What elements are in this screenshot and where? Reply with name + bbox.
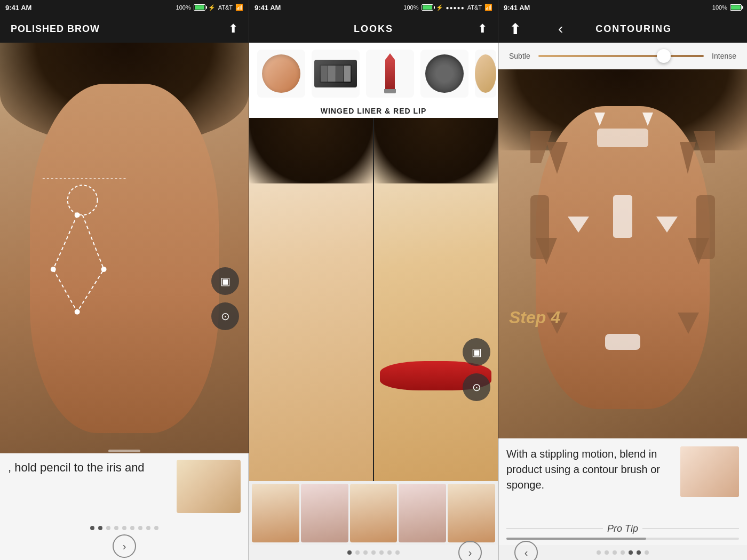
thumb-bg (177, 460, 241, 513)
svg-marker-16 (656, 217, 678, 233)
phone3-back-icon[interactable]: ‹ (558, 20, 563, 37)
phone1-video-thumb[interactable] (177, 460, 241, 513)
phone3-title: CONTOURING (595, 23, 672, 35)
status-bar-row: 9:41 AM 100% ⚡ AT&T 📶 9:41 AM 100% ⚡ ●●●… (0, 0, 747, 15)
phone1-instruction-text: , hold pencil to the iris and (8, 460, 171, 476)
phone1-text-area: , hold pencil to the iris and (8, 460, 241, 513)
intensity-slider-row: Subtle Intense (498, 43, 747, 69)
dot-p3-2 (605, 550, 609, 555)
pro-tip-line-right (642, 529, 739, 529)
phone2-title: LOOKS (354, 23, 393, 35)
looks-label: WINGED LINER & RED LIP (249, 104, 498, 118)
phone2-status: 9:41 AM 100% ⚡ ●●●●● AT&T 📶 (249, 0, 498, 15)
thumbs-strip-2 (249, 481, 498, 545)
phone2-header: LOOKS ⬆ (249, 15, 498, 43)
phone3-scroll-bar (506, 538, 739, 540)
compare-button[interactable]: ▣ (211, 267, 239, 295)
phone3-time: 9:41 AM (504, 4, 530, 12)
phone2-time: 9:41 AM (255, 4, 281, 12)
dot-9 (154, 526, 158, 530)
thumb-4[interactable] (399, 484, 446, 542)
svg-marker-18 (678, 313, 699, 334)
phone3-status-right: 100% (712, 4, 742, 11)
pro-tip-label: Pro Tip (607, 523, 638, 534)
svg-marker-15 (568, 217, 589, 233)
phone3-video-thumb[interactable] (680, 446, 739, 497)
phone1-wifi-icon: 📶 (235, 4, 243, 11)
dot-7 (138, 526, 142, 530)
phone2-upload-icon[interactable]: ⬆ (478, 22, 487, 36)
dot-p2-7 (395, 550, 400, 555)
phone1-time: 9:41 AM (5, 4, 31, 12)
back-button-3[interactable]: ‹ (514, 541, 538, 560)
face-right-half (374, 118, 498, 481)
product-palette[interactable] (312, 50, 360, 98)
svg-point-4 (101, 267, 107, 272)
thumb-5[interactable] (448, 484, 495, 542)
intensity-slider-track[interactable] (538, 55, 704, 57)
phone1-header: POLISHED BROW ⬆ (0, 15, 249, 43)
svg-point-5 (75, 309, 80, 315)
svg-rect-21 (696, 195, 715, 259)
phone1-carrier: AT&T (218, 4, 233, 11)
dot-p2-6 (387, 550, 392, 555)
svg-line-1 (53, 215, 77, 269)
products-strip (249, 43, 498, 104)
dot-p2-5 (379, 550, 384, 555)
dot-p2-1 (347, 550, 352, 555)
product-blush[interactable] (257, 50, 305, 98)
pro-tip-line-left (506, 529, 603, 529)
dot-p3-5 (629, 550, 633, 555)
camera-btn-2[interactable]: ⊙ (463, 373, 490, 401)
dot-6 (130, 526, 134, 530)
svg-rect-19 (605, 334, 640, 350)
product-lipstick[interactable] (366, 50, 414, 98)
partial-visual (475, 54, 496, 93)
phone1-nav: › (8, 534, 241, 560)
phone3-battery-icon (730, 4, 742, 11)
pro-tip-divider: Pro Tip (506, 523, 739, 534)
compact-visual (425, 54, 464, 93)
next-button-2[interactable]: › (458, 541, 482, 560)
dot-8 (146, 526, 150, 530)
compare-btn-2[interactable]: ▣ (463, 338, 490, 366)
svg-point-0 (68, 185, 98, 215)
dot-p3-3 (613, 550, 617, 555)
dot-p3-6 (637, 550, 641, 555)
dot-3 (106, 526, 110, 530)
thumb-3[interactable] (350, 484, 398, 542)
step4-label: Step 4 (509, 308, 560, 327)
phone3-battery-pct: 100% (712, 4, 727, 11)
phone1-title: POLISHED BROW (11, 23, 100, 35)
phone1-status: 9:41 AM 100% ⚡ AT&T 📶 (0, 0, 249, 15)
svg-line-2 (83, 215, 104, 269)
phone2-battery-icon (422, 4, 433, 11)
next-button-1[interactable]: › (113, 534, 136, 558)
phone1-panel: POLISHED BROW ⬆ (0, 15, 249, 560)
product-partial[interactable] (475, 50, 496, 98)
thumb-2[interactable] (301, 484, 348, 542)
intensity-slider-thumb[interactable] (657, 49, 671, 63)
phone3-header: ⬆ ‹ CONTOURING (498, 15, 747, 43)
svg-rect-20 (530, 195, 549, 259)
dot-p3-1 (597, 550, 601, 555)
thumb-1[interactable] (252, 484, 299, 542)
face-comparison: ▣ ⊙ (249, 118, 498, 481)
lipstick-visual (384, 53, 396, 93)
phone1-upload-icon[interactable]: ⬆ (228, 22, 238, 36)
face-contour-area: Step 4 (498, 69, 747, 438)
product-compact[interactable] (420, 50, 468, 98)
phone2-panel: LOOKS ⬆ (249, 15, 498, 560)
svg-point-6 (75, 212, 80, 218)
dot-p3-4 (621, 550, 625, 555)
dot-1 (90, 526, 94, 530)
palette-visual (314, 60, 357, 87)
phone2-carrier: AT&T (467, 4, 482, 11)
phones-container: POLISHED BROW ⬆ (0, 15, 747, 560)
phone3-upload-icon[interactable]: ⬆ (509, 20, 521, 38)
phone2-signal: ●●●●● (446, 5, 465, 11)
phone3-panel: ⬆ ‹ CONTOURING Subtle Intense (498, 15, 747, 560)
phone2-bolt: ⚡ (436, 4, 443, 11)
camera-button[interactable]: ⊙ (211, 302, 239, 330)
dot-2 (98, 526, 102, 530)
